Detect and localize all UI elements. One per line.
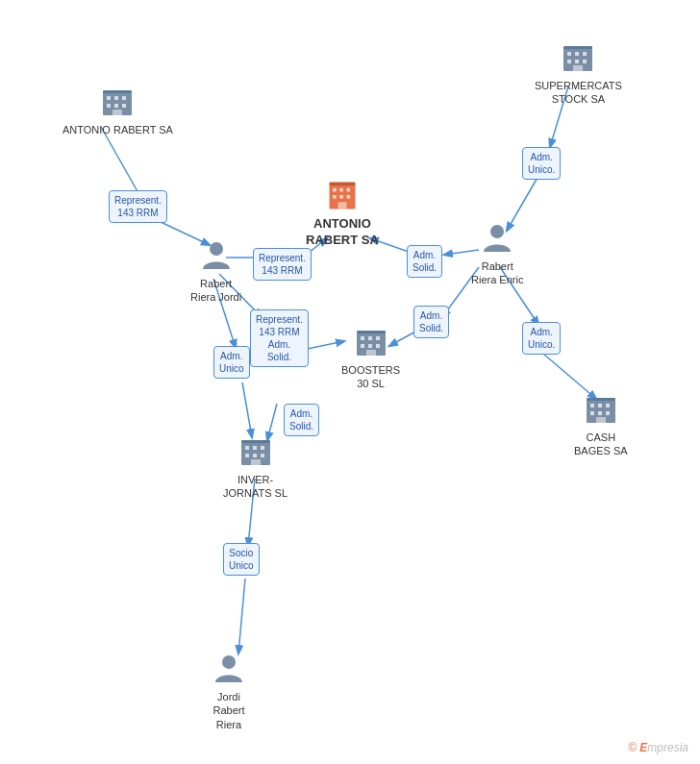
svg-rect-34 [583,60,587,63]
svg-rect-57 [253,446,257,450]
building-icon-inver-jornats [238,434,273,469]
label-rabert-enric: RabertRiera Enric [471,259,523,287]
node-antonio-rabert: ANTONIORABERT SA [306,178,379,249]
svg-rect-52 [376,344,380,348]
svg-rect-65 [590,404,594,407]
watermark-copyright: © [628,741,637,754]
node-supermercats: SUPERMERCATSSTOCK SA [535,40,622,107]
svg-rect-68 [590,411,594,415]
label-jordi-rabert: JordiRabertRiera [212,690,244,731]
building-icon-cash-bages [584,392,618,427]
svg-rect-69 [598,411,602,415]
svg-rect-42 [339,195,343,199]
svg-rect-40 [346,188,350,192]
svg-point-73 [210,242,223,256]
label-inver-jornats: INVER-JORNATS SL [223,473,288,501]
label-rabert-jordi: RabertRiera Jordi [190,277,241,305]
watermark-brand: Empresia [639,741,688,754]
svg-rect-26 [112,110,122,115]
badge-adm-unico-supermercats: Adm.Unico. [522,147,561,180]
badge-adm-solid-1: Adm.Solid. [407,245,442,278]
svg-rect-67 [606,404,610,407]
node-rabert-jordi: RabertRiera Jordi [190,238,241,305]
building-icon-cash-osona [100,85,135,119]
node-inver-jornats: INVER-JORNATS SL [223,434,288,501]
svg-rect-58 [261,446,264,450]
badge-adm-solid-3: Adm.Solid. [284,404,319,436]
label-antonio-rabert: ANTONIORABERT SA [306,216,379,249]
badge-adm-unico-cash-bages: Adm.Unico. [522,322,561,355]
svg-rect-59 [245,454,249,457]
svg-rect-71 [596,417,606,423]
node-jordi-rabert: JordiRabertRiera [212,652,246,731]
svg-rect-60 [253,454,257,457]
label-boosters: BOOSTERS30 SL [341,363,400,391]
svg-line-0 [101,127,142,200]
svg-rect-21 [114,96,118,100]
badge-adm-solid-2: Adm.Solid. [413,306,449,338]
svg-rect-31 [583,52,587,56]
svg-rect-66 [598,404,602,407]
building-icon-antonio [325,178,360,212]
svg-rect-38 [333,188,337,192]
svg-rect-20 [107,96,111,100]
building-icon-supermercats [561,40,595,75]
svg-rect-24 [114,104,118,108]
svg-rect-72 [587,398,615,401]
building-icon-boosters [354,325,388,359]
svg-rect-43 [346,195,350,199]
svg-rect-45 [329,183,355,186]
svg-rect-32 [567,60,571,63]
svg-rect-47 [361,336,364,340]
svg-line-18 [238,579,245,653]
person-icon-rabert-enric [480,221,514,256]
svg-rect-27 [103,90,132,93]
svg-rect-39 [339,188,343,192]
svg-rect-35 [573,65,583,71]
svg-rect-50 [361,344,364,348]
svg-rect-49 [376,336,380,340]
svg-rect-36 [563,46,592,49]
svg-rect-22 [122,96,126,100]
node-cash-osona: ANTONIO RABERT SA [62,85,173,136]
svg-rect-53 [366,350,376,356]
person-icon-jordi-rabert [212,652,246,686]
svg-rect-48 [368,336,372,340]
badge-represent-143-rrm-1: Represent.143 RRM [109,190,167,223]
svg-rect-41 [333,195,337,199]
svg-point-74 [490,225,504,238]
svg-line-13 [242,382,252,437]
svg-rect-62 [251,459,261,465]
person-icon-rabert-jordi [199,238,234,273]
node-cash-bages: CASHBAGES SA [574,392,628,458]
diagram-container: ANTONIO RABERT SA SUPERMERCATSSTOCK SA [0,0,700,764]
watermark: © Empresia [628,741,688,754]
svg-rect-61 [261,454,264,457]
label-cash-osona: ANTONIO RABERT SA [62,123,173,136]
svg-rect-56 [245,446,249,450]
badge-socio-unico: SocioUnico [223,543,260,576]
svg-rect-63 [241,440,270,443]
badge-represent-adm-solid: Represent.143 RRMAdm.Solid. [250,309,309,367]
node-boosters: BOOSTERS30 SL [341,325,400,391]
node-rabert-enric: RabertRiera Enric [471,221,523,287]
svg-rect-29 [567,52,571,56]
svg-rect-54 [357,331,386,333]
svg-rect-51 [368,344,372,348]
svg-rect-44 [338,202,346,209]
svg-rect-30 [575,52,579,56]
label-supermercats: SUPERMERCATSSTOCK SA [535,79,622,107]
svg-rect-33 [575,60,579,63]
svg-point-75 [222,655,236,669]
svg-rect-70 [606,411,610,415]
svg-rect-25 [122,104,126,108]
label-cash-bages: CASHBAGES SA [574,431,628,458]
badge-represent-143-rrm-2: Represent.143 RRM [253,248,312,281]
badge-adm-unico-inver: Adm.Unico [213,346,250,379]
svg-rect-23 [107,104,111,108]
